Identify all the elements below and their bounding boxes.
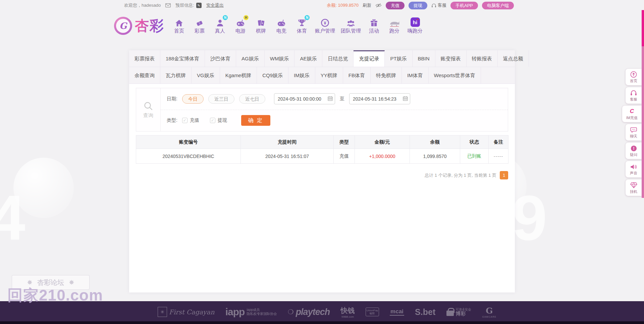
deposit-button[interactable]: 充值 [386, 2, 405, 9]
float-service-button[interactable]: 客服 [626, 87, 642, 104]
envelope-icon[interactable] [165, 3, 171, 7]
nav-item-esports[interactable]: 电竞 [274, 17, 289, 34]
pagination: 总计 1 个记录, 分为 1 页, 当前第 1 页 1 [425, 171, 508, 179]
tab[interactable]: FB体育 [343, 67, 371, 84]
tab[interactable]: AG娱乐 [236, 50, 265, 67]
nav-item-promotions[interactable]: 活动 [367, 17, 381, 34]
tab[interactable]: 188金宝博体育 [160, 50, 205, 67]
tab[interactable]: 账变报表 [435, 50, 467, 67]
tab[interactable]: Wesports世界体育 [429, 67, 481, 84]
svg-text:!: ! [302, 19, 303, 22]
iapp-logo: iapp iapp成员 隐私权专家国际协会 [225, 306, 277, 318]
withdraw-checkbox-label: 提现 [218, 117, 227, 123]
tab[interactable]: BBIN [413, 50, 435, 67]
nav-item-slots[interactable]: H 电游 [233, 17, 248, 34]
customer-service-link[interactable]: 客服 [431, 2, 446, 8]
tab[interactable]: 特免棋牌 [371, 67, 402, 84]
nav-item-lottery[interactable]: 彩票 [192, 17, 207, 34]
pc-client-button[interactable]: 电脑客户端 [482, 2, 514, 9]
tab[interactable]: 彩票报表 [129, 50, 160, 67]
range-today-button[interactable]: 今日 [182, 94, 204, 104]
service-label: 客服 [438, 2, 446, 8]
type-filter-row: 类型: ✓ 充值 ✓ 提现 确 定 [161, 110, 508, 131]
edit-icon[interactable]: ✎ [196, 3, 202, 8]
tab[interactable]: 瓦力棋牌 [160, 67, 192, 84]
tab[interactable]: 转账报表 [467, 50, 498, 67]
withdraw-checkbox-group[interactable]: ✓ 提现 [210, 117, 227, 123]
calendar-icon[interactable] [403, 96, 408, 101]
float-sound-button[interactable]: 声音 [626, 161, 642, 177]
range-3days-button[interactable]: 近三日 [208, 94, 234, 104]
tab[interactable]: IM体育 [402, 67, 429, 84]
deposit-checkbox-label: 充值 [190, 117, 199, 123]
withdraw-checkbox[interactable]: ✓ [210, 118, 215, 123]
tab-row-2: 余额查询 瓦力棋牌 VG娱乐 Kgame棋牌 CQ9娱乐 IM娱乐 YY棋牌 F… [129, 67, 515, 84]
balance-value: 1099.8570 [338, 3, 359, 8]
main-panel: 彩票报表 188金宝博体育 沙巴体育 AG娱乐 WM娱乐 AE娱乐 日结总览 充… [129, 50, 515, 292]
col-header-id: 账变编号 [136, 136, 241, 149]
tab[interactable]: 沙巴体育 [205, 50, 236, 67]
footer-bottom-strip [0, 321, 644, 324]
eye-off-icon[interactable] [375, 3, 382, 8]
nav-item-team[interactable]: 团队管理 [341, 17, 361, 34]
tab[interactable]: 返点总额 [498, 50, 529, 67]
tab[interactable]: WM娱乐 [265, 50, 295, 67]
unionpay-logo: UnionPay 银联 [366, 308, 379, 316]
col-header-time: 充提时间 [241, 136, 334, 149]
tab[interactable]: AE娱乐 [294, 50, 322, 67]
scrollbar-thumb[interactable] [642, 10, 644, 46]
date-from-input[interactable] [274, 93, 335, 104]
trophy-icon: ! N [298, 17, 306, 27]
screen: 4 29 欢迎您，hadesado 预留信息: ✎ 安全退出 余额: 1099.… [0, 0, 644, 324]
balance-label: 余额: [327, 3, 337, 8]
tab[interactable]: VG娱乐 [192, 67, 220, 84]
logo-emblem-icon: G [114, 17, 132, 35]
slots-gamepad-icon: H [236, 17, 245, 27]
nav-item-paofen[interactable]: 跑分 [387, 17, 402, 34]
site-logo[interactable]: G 杏彩 [114, 16, 164, 35]
col-header-remark: 备注 [489, 136, 508, 149]
tab-active-recharge-records[interactable]: 充提记录 [354, 50, 385, 67]
type-label: 类型: [167, 117, 177, 123]
scrollbar[interactable] [642, 10, 644, 198]
float-im-recharge-button[interactable]: C IM充值 [622, 106, 642, 122]
nav-item-hi-paofen[interactable]: hi 嗨跑分 [408, 17, 423, 34]
rhino-logo [388, 17, 401, 27]
calendar-icon[interactable] [328, 96, 333, 101]
im-recharge-icon: C [630, 108, 634, 115]
withdraw-button[interactable]: 提现 [409, 2, 427, 9]
deposit-checkbox[interactable]: ✓ [182, 118, 187, 123]
confirm-button[interactable]: 确 定 [241, 115, 270, 126]
cell-type: 充值 [334, 149, 355, 164]
tab[interactable]: IM娱乐 [288, 67, 315, 84]
float-afk-button[interactable]: 挂机 [626, 179, 642, 196]
date-to-input[interactable] [349, 93, 410, 104]
nav-item-board-games[interactable]: 棋牌 [254, 17, 268, 34]
nav-item-home[interactable]: 首页 [172, 17, 186, 34]
mobile-app-button[interactable]: 手机APP [450, 2, 478, 9]
deposit-checkbox-group[interactable]: ✓ 充值 [182, 117, 199, 123]
float-chat-button[interactable]: 聊天 [626, 124, 642, 141]
range-7days-button[interactable]: 近七日 [239, 94, 265, 104]
cell-status: 已到账 [460, 149, 489, 164]
nav-item-live[interactable]: N 真人 [213, 17, 227, 34]
float-home-button[interactable]: 首页 [626, 69, 642, 85]
sbet-logo: S.bet [415, 307, 435, 317]
seal-icon: ✳ [158, 307, 167, 317]
tab[interactable]: CQ9娱乐 [257, 67, 288, 84]
tab[interactable]: 日结总览 [322, 50, 354, 67]
ticket-icon [196, 17, 204, 27]
float-question-button[interactable]: ! 疑问 [626, 143, 642, 159]
page-1-button[interactable]: 1 [500, 171, 508, 179]
tab[interactable]: Kgame棋牌 [220, 67, 257, 84]
to-label: 至 [340, 96, 344, 102]
logout-link[interactable]: 安全退出 [206, 2, 224, 8]
nav-item-account[interactable]: ¥ 账户管理 [315, 17, 335, 34]
tab[interactable]: YY棋牌 [315, 67, 343, 84]
tab[interactable]: 余额查询 [129, 67, 160, 84]
tab[interactable]: PT娱乐 [385, 50, 412, 67]
balloon-decor [13, 158, 74, 218]
refresh-link[interactable]: 刷新 [363, 2, 371, 8]
col-header-amount: 金额/元 [355, 136, 410, 149]
nav-item-sports[interactable]: ! N 体育 [294, 17, 309, 34]
